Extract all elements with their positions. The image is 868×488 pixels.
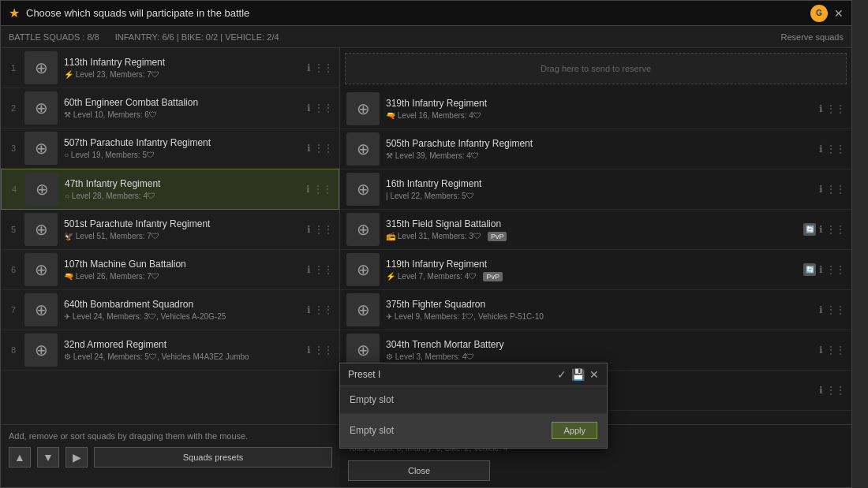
left-squad-row[interactable]: 5 ⊕ 501st Parachute Infantry Regiment 🦅 … (1, 210, 339, 250)
squad-details: ⚙ Level 3, Members: 4🛡 (386, 352, 819, 361)
preset-popup-item[interactable]: Empty slot (340, 386, 607, 414)
left-squads-list: 1 ⊕ 113th Infantry Regiment ⚡ Level 23, … (1, 48, 339, 371)
squad-name: 505th Parachute Infantry Regiment (386, 138, 819, 149)
squad-actions: ℹ ⋮⋮ (307, 264, 333, 275)
close-button[interactable]: Close (348, 460, 490, 481)
squad-menu-icon[interactable]: ⋮⋮ (314, 304, 333, 315)
squad-menu-icon[interactable]: ⋮⋮ (314, 143, 333, 154)
squad-info: 319th Infantry Regiment 🔫 Level 16, Memb… (386, 98, 819, 120)
squad-actions: ℹ ⋮⋮ (307, 224, 333, 235)
left-squad-row[interactable]: 7 ⊕ 640th Bombardment Squadron ✈ Level 2… (1, 290, 339, 330)
squad-menu-icon[interactable]: ⋮⋮ (314, 224, 333, 235)
popup-close-icon[interactable]: ✕ (589, 368, 599, 381)
squad-name: 32nd Armored Regiment (64, 339, 307, 350)
squad-details: ✈ Level 24, Members: 3🛡, Vehicles A-20G-… (64, 312, 307, 321)
nav-down-button[interactable]: ▼ (37, 447, 59, 468)
popup-header-icons: ✓ 💾 ✕ (557, 368, 599, 381)
left-squad-row[interactable]: 8 ⊕ 32nd Armored Regiment ⚙ Level 24, Me… (1, 330, 339, 371)
squad-menu-icon[interactable]: ⋮⋮ (314, 102, 333, 114)
squad-info-icon[interactable]: ℹ (307, 264, 311, 275)
squad-menu-icon[interactable]: ⋮⋮ (826, 345, 845, 356)
left-squad-row[interactable]: 2 ⊕ 60th Engineer Combat Battalion ⚒ Lev… (1, 88, 339, 129)
left-squad-row[interactable]: 1 ⊕ 113th Infantry Regiment ⚡ Level 23, … (1, 48, 339, 88)
reserve-squad-row[interactable]: ⊕ 505th Parachute Infantry Regiment ⚒ Le… (340, 129, 851, 169)
squad-name: 507th Parachute Infantry Regiment (64, 137, 307, 148)
squad-actions: ℹ ⋮⋮ (307, 62, 333, 73)
squad-actions: ℹ ⋮⋮ (819, 385, 845, 396)
squad-details: ✈ Level 9, Members: 1🛡, Vehicles P-51C-1… (386, 312, 819, 321)
squad-number: 8 (7, 345, 20, 355)
squad-menu-icon[interactable]: ⋮⋮ (826, 184, 845, 195)
reserve-squad-row[interactable]: ⊕ 315th Field Signal Battalion 📻 Level 3… (340, 210, 851, 250)
squad-menu-icon[interactable]: ⋮⋮ (826, 103, 845, 114)
squad-info-icon[interactable]: ℹ (819, 224, 823, 235)
squad-details: ○ Level 28, Members: 4🛡 (65, 192, 306, 200)
squad-info-icon[interactable]: ℹ (819, 143, 823, 155)
squad-menu-icon[interactable]: ⋮⋮ (826, 304, 845, 315)
squad-menu-icon[interactable]: ⋮⋮ (313, 184, 332, 195)
reserve-drag-area[interactable]: Drag here to send to reserve (345, 53, 847, 84)
squad-menu-icon[interactable]: ⋮⋮ (826, 224, 845, 235)
squad-info-icon[interactable]: ℹ (819, 184, 823, 195)
popup-save-icon[interactable]: 💾 (571, 368, 585, 381)
squad-info: 113th Infantry Regiment ⚡ Level 23, Memb… (64, 57, 307, 79)
duplicate-icon[interactable]: 🔄 (803, 263, 816, 276)
squad-details: 🦅 Level 51, Members: 7🛡 (64, 232, 307, 240)
squad-info-icon[interactable]: ℹ (307, 102, 311, 114)
reserve-squad-row[interactable]: ⊕ 16th Infantry Regiment | Level 22, Mem… (340, 169, 851, 210)
squad-name: 304th Trench Mortar Battery (386, 339, 819, 350)
squad-info-icon[interactable]: ℹ (307, 224, 311, 235)
squad-info-icon[interactable]: ℹ (307, 345, 311, 356)
squad-name: 119th Infantry Regiment (386, 259, 803, 270)
squad-info: 315th Field Signal Battalion 📻 Level 31,… (386, 218, 803, 241)
apply-button[interactable]: Apply (552, 422, 597, 439)
nav-up-button[interactable]: ▲ (9, 447, 31, 468)
reserve-squad-row[interactable]: ⊕ 375th Fighter Squadron ✈ Level 9, Memb… (340, 290, 851, 330)
left-squad-row[interactable]: 3 ⊕ 507th Parachute Infantry Regiment ○ … (1, 129, 339, 169)
squad-info-icon[interactable]: ℹ (819, 304, 823, 315)
squad-menu-icon[interactable]: ⋮⋮ (826, 143, 845, 155)
duplicate-icon[interactable]: 🔄 (803, 223, 816, 236)
preset-item-label: Empty slot (350, 425, 394, 436)
left-squad-row[interactable]: 4 ⊕ 47th Infantry Regiment ○ Level 28, M… (1, 169, 339, 210)
squad-menu-icon[interactable]: ⋮⋮ (314, 345, 333, 356)
squad-info: 375th Fighter Squadron ✈ Level 9, Member… (386, 299, 819, 321)
squad-info-icon[interactable]: ℹ (819, 385, 823, 396)
squad-info: 119th Infantry Regiment ⚡ Level 7, Membe… (386, 259, 803, 281)
star-icon: ★ (9, 6, 20, 20)
preset-popup-item[interactable]: Empty slot Apply (340, 414, 607, 448)
squad-info-icon[interactable]: ℹ (819, 345, 823, 356)
squad-menu-icon[interactable]: ⋮⋮ (314, 264, 333, 275)
squad-actions: ℹ ⋮⋮ (819, 143, 845, 155)
squad-info-icon[interactable]: ℹ (307, 62, 311, 73)
squad-info: 507th Parachute Infantry Regiment ○ Leve… (64, 137, 307, 159)
squad-info: 501st Parachute Infantry Regiment 🦅 Leve… (64, 218, 307, 240)
squad-info-icon[interactable]: ℹ (306, 184, 310, 195)
squad-menu-icon[interactable]: ⋮⋮ (314, 62, 333, 73)
reserve-label: Reserve squads (781, 32, 844, 42)
squad-info-icon[interactable]: ℹ (819, 103, 823, 114)
squad-menu-icon[interactable]: ⋮⋮ (826, 264, 845, 275)
preset-item-label: Empty slot (350, 394, 394, 405)
squads-presets-button[interactable]: Squads presets (94, 447, 332, 468)
squad-name: 113th Infantry Regiment (64, 57, 307, 68)
squad-icon: ⊕ (346, 213, 380, 246)
nav-right-button[interactable]: ▶ (65, 447, 88, 468)
popup-check-icon[interactable]: ✓ (557, 368, 567, 381)
squad-details: ⚡ Level 23, Members: 7🛡 (64, 70, 307, 79)
coin-icon: G (810, 5, 828, 22)
reserve-squad-row[interactable]: ⊕ 319th Infantry Regiment 🔫 Level 16, Me… (340, 89, 851, 129)
left-squad-row[interactable]: 6 ⊕ 107th Machine Gun Battalion 🔫 Level … (1, 250, 339, 290)
squad-name: 315th Field Signal Battalion (386, 218, 803, 229)
squad-icon: ⊕ (346, 92, 380, 125)
squad-name: 107th Machine Gun Battalion (64, 259, 307, 270)
squad-icon: ⊕ (24, 253, 58, 286)
window-close-button[interactable]: ✕ (834, 7, 844, 20)
squad-info-icon[interactable]: ℹ (819, 264, 823, 275)
squad-icon: ⊕ (346, 253, 380, 286)
squad-menu-icon[interactable]: ⋮⋮ (826, 385, 845, 396)
squad-icon: ⊕ (24, 293, 58, 326)
squad-info-icon[interactable]: ℹ (307, 304, 311, 315)
reserve-squad-row[interactable]: ⊕ 119th Infantry Regiment ⚡ Level 7, Mem… (340, 250, 851, 290)
squad-info-icon[interactable]: ℹ (307, 143, 311, 154)
